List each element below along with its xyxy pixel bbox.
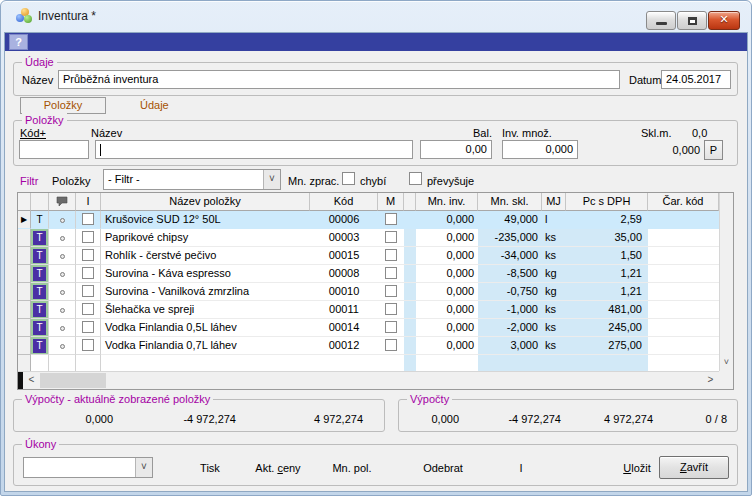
row-selector[interactable] xyxy=(18,247,31,265)
mn-inv-cell[interactable]: 0,000 xyxy=(416,283,478,301)
tisk-button[interactable]: Tisk xyxy=(184,462,236,474)
pc-s-dph-cell[interactable]: 1,50 xyxy=(566,247,648,265)
mn-skl-cell[interactable]: 49,000 xyxy=(478,211,542,229)
i-checkbox[interactable] xyxy=(82,267,94,279)
nazev-input[interactable]: Průběžná inventura xyxy=(58,70,620,89)
m-checkbox[interactable] xyxy=(385,285,397,297)
pc-s-dph-cell[interactable]: 1,21 xyxy=(566,283,648,301)
item-name-cell[interactable]: Rohlík - čerstvé pečivo xyxy=(101,247,310,265)
mj-cell[interactable]: ks xyxy=(542,319,566,337)
car-kod-cell[interactable] xyxy=(648,337,719,355)
table-row[interactable]: TŠlehačka ve spreji000110,000-1,000ks481… xyxy=(18,301,719,319)
row-selector[interactable]: ▶ xyxy=(18,211,31,229)
m-checkbox[interactable] xyxy=(385,339,397,351)
horizontal-scroll-thumb[interactable] xyxy=(40,373,106,388)
mn-inv-cell[interactable]: 0,000 xyxy=(416,247,478,265)
car-kod-cell[interactable] xyxy=(648,211,719,229)
item-name-cell[interactable]: Surovina - Vanilková zmrzlina xyxy=(101,283,310,301)
pc-s-dph-cell[interactable]: 2,59 xyxy=(566,211,648,229)
i-checkbox[interactable] xyxy=(82,249,94,261)
mj-cell[interactable]: ks xyxy=(542,247,566,265)
m-checkbox[interactable] xyxy=(385,249,397,261)
header-kod[interactable]: Kód xyxy=(310,193,378,211)
header-mn-inv[interactable]: Mn. inv. xyxy=(416,193,478,211)
car-kod-cell[interactable] xyxy=(648,283,719,301)
scroll-right-button[interactable]: > xyxy=(703,372,718,389)
mn-skl-cell[interactable]: -2,000 xyxy=(478,319,542,337)
item-name-cell[interactable]: Vodka Finlandia 0,5L láhev xyxy=(101,319,310,337)
mn-skl-cell[interactable]: -34,000 xyxy=(478,247,542,265)
minimize-button[interactable] xyxy=(646,11,676,30)
row-selector[interactable] xyxy=(18,337,31,355)
car-kod-cell[interactable] xyxy=(648,301,719,319)
mn-inv-cell[interactable]: 0,000 xyxy=(416,319,478,337)
m-checkbox[interactable] xyxy=(385,231,397,243)
mj-cell[interactable]: ks xyxy=(542,229,566,247)
mn-inv-cell[interactable]: 0,000 xyxy=(416,229,478,247)
vertical-scrollbar[interactable]: ˅ xyxy=(719,193,733,371)
item-nazev-input[interactable] xyxy=(95,140,413,159)
titlebar[interactable]: Inventura * ✕ xyxy=(0,0,752,32)
datum-input[interactable]: 24.05.2017 xyxy=(661,70,731,89)
i-checkbox[interactable] xyxy=(82,321,94,333)
scroll-left-button[interactable]: < xyxy=(24,372,39,389)
item-name-cell[interactable]: Vodka Finlandia 0,7L láhev xyxy=(101,337,310,355)
prevysuje-checkbox[interactable] xyxy=(409,172,422,185)
header-mj[interactable]: MJ xyxy=(542,193,566,211)
row-selector[interactable] xyxy=(18,265,31,283)
tab-udaje[interactable]: Údaje xyxy=(140,99,169,111)
mn-inv-cell[interactable]: 0,000 xyxy=(416,301,478,319)
mn-skl-cell[interactable]: -235,000 xyxy=(478,229,542,247)
akt-ceny-button[interactable]: Akt. ceny xyxy=(242,462,314,474)
mj-cell[interactable]: kg xyxy=(542,265,566,283)
zavrit-button[interactable]: Zavřít xyxy=(659,456,729,479)
i-checkbox[interactable] xyxy=(82,303,94,315)
inv-mnoz-input[interactable]: 0,000 xyxy=(502,140,578,159)
p-button[interactable]: P xyxy=(704,140,723,160)
car-kod-cell[interactable] xyxy=(648,247,719,265)
help-button[interactable]: ? xyxy=(9,34,28,50)
m-checkbox[interactable] xyxy=(385,303,397,315)
header-note[interactable] xyxy=(49,193,76,211)
m-checkbox[interactable] xyxy=(385,213,397,225)
table-row[interactable]: TRohlík - čerstvé pečivo000150,000-34,00… xyxy=(18,247,719,265)
table-row[interactable]: TVodka Finlandia 0,5L láhev000140,000-2,… xyxy=(18,319,719,337)
header-pc-s-dph[interactable]: Pc s DPH xyxy=(566,193,648,211)
header-m[interactable]: M xyxy=(378,193,404,211)
item-code-cell[interactable]: 00015 xyxy=(310,247,378,265)
i-checkbox[interactable] xyxy=(82,339,94,351)
item-code-cell[interactable]: 00011 xyxy=(310,301,378,319)
i-checkbox[interactable] xyxy=(82,213,94,225)
tab-polozky[interactable]: Položky xyxy=(20,97,106,114)
table-row[interactable]: TVodka Finlandia 0,7L láhev000120,0003,0… xyxy=(18,337,719,355)
item-code-cell[interactable]: 00012 xyxy=(310,337,378,355)
item-code-cell[interactable]: 00008 xyxy=(310,265,378,283)
mj-cell[interactable]: l xyxy=(542,211,566,229)
car-kod-cell[interactable] xyxy=(648,229,719,247)
mn-skl-cell[interactable]: 3,000 xyxy=(478,337,542,355)
mn-skl-cell[interactable]: -1,000 xyxy=(478,301,542,319)
header-nazev-polozky[interactable]: Název položky xyxy=(101,193,310,211)
i-checkbox[interactable] xyxy=(82,285,94,297)
scroll-down-button[interactable]: ˅ xyxy=(720,355,733,371)
car-kod-cell[interactable] xyxy=(648,319,719,337)
car-kod-cell[interactable] xyxy=(648,265,719,283)
table-row[interactable]: ▶TKrušovice SUD 12° 50L000060,00049,000l… xyxy=(18,211,719,229)
item-name-cell[interactable]: Šlehačka ve spreji xyxy=(101,301,310,319)
row-selector[interactable] xyxy=(18,283,31,301)
item-name-cell[interactable]: Paprikové chipsy xyxy=(101,229,310,247)
bal-input[interactable]: 0,00 xyxy=(420,140,492,159)
mn-inv-cell[interactable]: 0,000 xyxy=(416,265,478,283)
ukony-dropdown[interactable]: ˅ xyxy=(23,457,153,478)
item-code-cell[interactable]: 00006 xyxy=(310,211,378,229)
mn-inv-cell[interactable]: 0,000 xyxy=(416,211,478,229)
restore-button[interactable] xyxy=(677,11,707,30)
mj-cell[interactable]: ks xyxy=(542,301,566,319)
pc-s-dph-cell[interactable]: 35,00 xyxy=(566,229,648,247)
item-code-cell[interactable]: 00014 xyxy=(310,319,378,337)
mn-inv-cell[interactable]: 0,000 xyxy=(416,337,478,355)
item-name-cell[interactable]: Surovina - Káva espresso xyxy=(101,265,310,283)
close-window-button[interactable]: ✕ xyxy=(708,11,740,30)
i-checkbox[interactable] xyxy=(82,231,94,243)
row-selector[interactable] xyxy=(18,319,31,337)
